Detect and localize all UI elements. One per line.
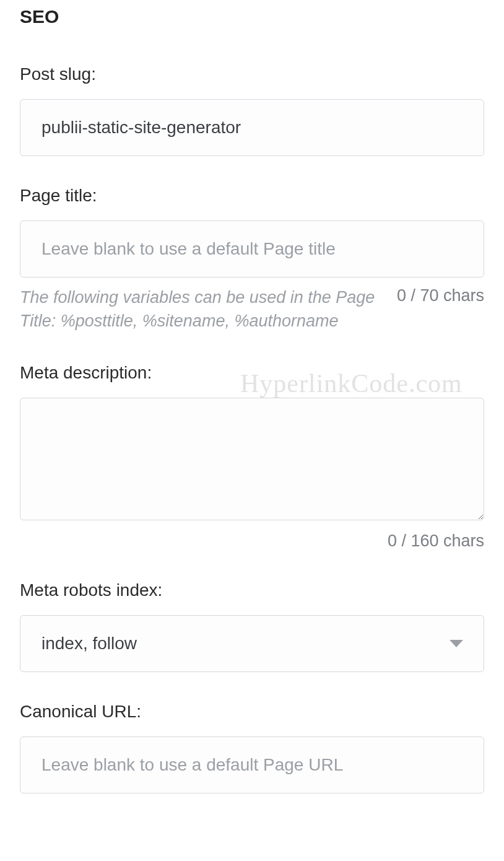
page-title-input[interactable] [20,221,484,278]
page-title-char-count: 0 / 70 chars [397,286,484,305]
meta-description-field: Meta description: 0 / 160 chars [20,363,484,551]
meta-description-input[interactable] [20,398,484,520]
meta-robots-select[interactable]: index, follow [20,615,484,672]
meta-robots-field: Meta robots index: index, follow [20,580,484,672]
post-slug-label: Post slug: [20,64,484,84]
page-title-label: Page title: [20,186,484,206]
meta-description-char-count: 0 / 160 chars [20,531,484,551]
section-heading: SEO [20,6,484,27]
meta-description-label: Meta description: [20,363,484,383]
page-title-help: The following variables can be used in t… [20,286,378,333]
meta-robots-label: Meta robots index: [20,580,484,600]
post-slug-input[interactable] [20,99,484,156]
page-title-field: Page title: The following variables can … [20,186,484,333]
canonical-url-field: Canonical URL: [20,702,484,793]
canonical-url-label: Canonical URL: [20,702,484,722]
canonical-url-input[interactable] [20,736,484,793]
post-slug-field: Post slug: [20,64,484,156]
